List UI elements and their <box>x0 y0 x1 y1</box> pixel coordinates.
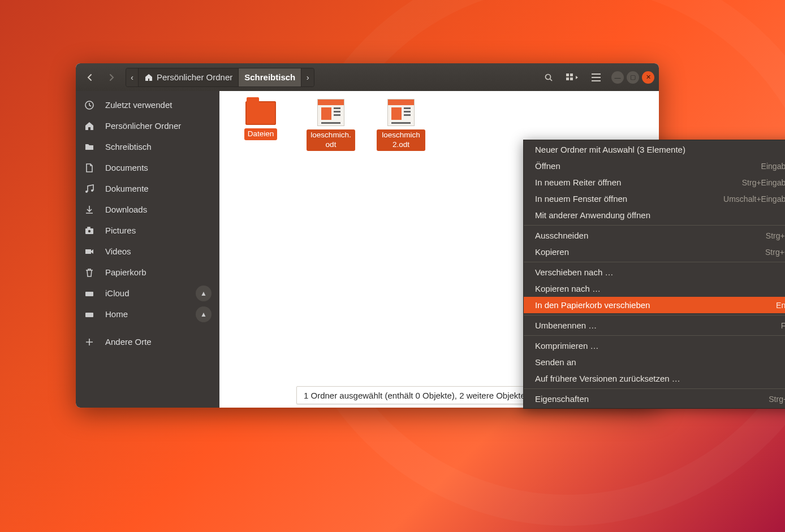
close-button[interactable]: ✕ <box>642 71 654 84</box>
context-menu-item[interactable]: KopierenStrg+C <box>524 244 785 260</box>
hamburger-icon <box>592 73 601 81</box>
home-icon <box>84 120 95 132</box>
context-menu-item[interactable]: Senden an <box>524 354 785 370</box>
back-button[interactable] <box>80 68 100 86</box>
file-manager-window: ‹ Persönlicher Ordner Schreibtisch › — ▢… <box>76 63 659 408</box>
context-menu-item[interactable]: In neuem Reiter öffnenStrg+Eingabe <box>524 174 785 191</box>
svg-rect-4 <box>566 77 569 80</box>
clock-icon <box>84 100 95 111</box>
sidebar-item-papierkorb[interactable]: Papierkorb <box>76 262 219 283</box>
view-toggle-button[interactable] <box>560 68 584 86</box>
context-menu-item[interactable]: Mit anderer Anwendung öffnen <box>524 207 785 223</box>
sidebar-item-label: Videos <box>105 246 131 256</box>
sidebar-item-zuletzt-verwendet[interactable]: Zuletzt verwendet <box>76 94 219 115</box>
svg-rect-5 <box>570 77 573 80</box>
sidebar-item-pictures[interactable]: Pictures <box>76 220 219 241</box>
sidebar-item-home[interactable]: Home▲ <box>76 304 219 325</box>
download-icon <box>84 204 95 215</box>
file-item[interactable]: Dateien <box>236 99 285 140</box>
search-icon <box>544 73 553 82</box>
document-icon <box>387 99 415 126</box>
breadcrumb-back-segment[interactable]: ‹ <box>126 68 139 86</box>
svg-point-11 <box>88 230 91 233</box>
context-menu-label: Kopieren nach … <box>535 284 601 293</box>
context-menu-item[interactable]: In neuem Fenster öffnenUmschalt+Eingabe <box>524 191 785 207</box>
context-menu-item[interactable]: Umbenennen …F2 <box>524 317 785 334</box>
sidebar-item-label: Schreibtisch <box>105 142 152 152</box>
sidebar-item-dokumente[interactable]: Dokumente <box>76 178 219 199</box>
context-menu-label: Ausschneiden <box>535 231 588 240</box>
breadcrumb-current[interactable]: Schreibtisch <box>239 68 301 86</box>
sidebar-item-persönlicher-ordner[interactable]: Persönlicher Ordner <box>76 115 219 136</box>
shortcut-label: Strg+I <box>769 395 785 404</box>
minimize-button[interactable]: — <box>611 71 624 84</box>
svg-rect-8 <box>592 80 601 81</box>
sidebar-item-label: Papierkorb <box>105 267 146 277</box>
svg-line-1 <box>550 79 553 81</box>
context-menu-item[interactable]: EigenschaftenStrg+I <box>524 391 785 407</box>
shortcut-label: Strg+Eingabe <box>742 178 785 187</box>
context-menu-item[interactable]: Verschieben nach … <box>524 264 785 280</box>
sidebar-item-andere-orte[interactable]: Andere Orte <box>76 331 219 352</box>
context-menu-label: Neuer Ordner mit Auswahl (3 Elemente) <box>535 145 685 154</box>
context-menu-item[interactable]: ÖffnenEingabe <box>524 158 785 174</box>
context-menu-item[interactable]: Komprimieren … <box>524 338 785 354</box>
svg-rect-12 <box>88 227 90 228</box>
eject-button[interactable]: ▲ <box>196 286 212 301</box>
context-menu-label: Komprimieren … <box>535 341 599 351</box>
breadcrumb-home[interactable]: Persönlicher Ordner <box>139 68 239 86</box>
doc-icon <box>84 162 95 174</box>
folder-icon <box>245 101 276 125</box>
file-item[interactable]: loeschmich2.odt <box>377 99 425 151</box>
music-icon <box>84 183 95 194</box>
plus-icon <box>84 336 95 348</box>
sidebar-item-schreibtisch[interactable]: Schreibtisch <box>76 136 219 157</box>
context-menu-item[interactable]: In den Papierkorb verschiebenEntf <box>524 297 785 313</box>
content-area[interactable]: Dateienloeschmich.odtloeschmich2.odt Neu… <box>219 91 659 408</box>
context-menu-item[interactable]: AusschneidenStrg+X <box>524 227 785 244</box>
context-menu: Neuer Ordner mit Auswahl (3 Elemente)Öff… <box>523 140 785 409</box>
folder-icon <box>84 141 95 153</box>
shortcut-label: F2 <box>781 321 785 330</box>
shortcut-label: Strg+X <box>766 231 785 240</box>
breadcrumb-home-label: Persönlicher Ordner <box>157 72 232 82</box>
file-item[interactable]: loeschmich.odt <box>307 99 355 151</box>
context-menu-label: Öffnen <box>535 161 560 171</box>
trash-icon <box>84 267 95 278</box>
svg-rect-6 <box>592 73 601 75</box>
document-icon <box>317 99 344 126</box>
hamburger-menu-button[interactable] <box>586 68 606 86</box>
eject-button[interactable]: ▲ <box>196 306 212 322</box>
home-icon <box>144 73 153 82</box>
menu-separator <box>524 262 785 262</box>
context-menu-label: In den Papierkorb verschieben <box>535 300 650 310</box>
maximize-button[interactable]: ▢ <box>627 71 639 84</box>
shortcut-label: Entf <box>776 301 785 310</box>
sidebar-item-documents[interactable]: Documents <box>76 157 219 178</box>
file-label: loeschmich.odt <box>307 129 355 151</box>
context-menu-label: Verschieben nach … <box>535 267 613 277</box>
context-menu-item[interactable]: Neuer Ordner mit Auswahl (3 Elemente) <box>524 141 785 158</box>
breadcrumb-forward-segment[interactable]: › <box>301 68 314 86</box>
sidebar-item-label: Andere Orte <box>105 337 152 347</box>
sidebar-item-label: Downloads <box>105 205 147 214</box>
shortcut-label: Eingabe <box>761 162 785 171</box>
context-menu-item[interactable]: Kopieren nach … <box>524 280 785 297</box>
svg-point-17 <box>91 314 92 315</box>
svg-point-15 <box>91 293 92 295</box>
menu-separator <box>524 335 785 336</box>
file-label: loeschmich2.odt <box>377 129 425 151</box>
file-label: Dateien <box>244 128 278 140</box>
forward-button[interactable] <box>102 68 121 86</box>
context-menu-label: In neuem Reiter öffnen <box>535 178 621 187</box>
sidebar-item-videos[interactable]: Videos <box>76 241 219 262</box>
sidebar-item-downloads[interactable]: Downloads <box>76 199 219 220</box>
search-button[interactable] <box>539 68 558 86</box>
svg-rect-13 <box>85 249 91 254</box>
context-menu-item[interactable]: Auf frühere Versionen zurücksetzen … <box>524 370 785 387</box>
menu-separator <box>524 225 785 226</box>
sidebar-item-icloud[interactable]: iCloud▲ <box>76 283 219 304</box>
disk-icon <box>84 288 95 299</box>
sidebar-item-label: iCloud <box>105 288 130 298</box>
context-menu-label: In neuem Fenster öffnen <box>535 194 627 204</box>
